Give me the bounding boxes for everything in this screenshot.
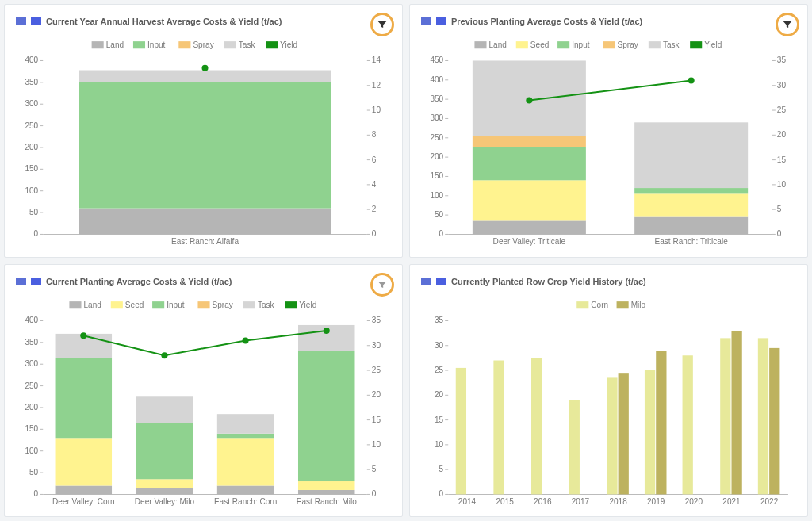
svg-text:Deer Valley: Triticale: Deer Valley: Triticale [493,237,566,246]
svg-text:10: 10 [372,440,381,449]
svg-text:150: 150 [25,424,38,433]
svg-text:25: 25 [435,366,444,374]
svg-rect-101 [473,147,586,180]
svg-text:2017: 2017 [572,496,590,505]
panel-title: Currently Planted Row Crop Yield History… [451,277,646,286]
svg-text:0: 0 [34,229,39,238]
svg-text:200: 200 [430,152,443,161]
svg-text:Land: Land [106,40,124,49]
panel-previous-planting: Previous Planting Average Costs & Yield … [409,4,808,258]
svg-text:20: 20 [372,390,381,399]
svg-text:14: 14 [372,56,381,64]
svg-text:Seed: Seed [530,40,549,49]
svg-rect-220 [720,338,730,494]
svg-rect-218 [683,355,693,494]
svg-text:Seed: Seed [125,301,144,309]
svg-text:Input: Input [167,301,185,309]
svg-rect-212 [607,377,617,494]
svg-text:20: 20 [777,130,787,139]
filter-icon [782,19,793,30]
svg-text:Spray: Spray [213,301,234,309]
svg-rect-2 [133,41,145,48]
svg-text:12: 12 [372,81,381,90]
svg-rect-8 [266,41,278,48]
svg-text:Land: Land [489,40,507,49]
svg-text:400: 400 [25,56,38,64]
svg-text:Input: Input [572,40,590,49]
svg-rect-161 [56,358,113,438]
svg-text:2014: 2014 [458,496,477,505]
svg-rect-58 [649,41,661,48]
svg-text:30: 30 [435,340,444,349]
filter-icon [377,279,388,290]
chart: LandInputSprayTaskYield05010015020025030… [16,33,391,251]
svg-rect-174 [298,490,355,494]
svg-text:250: 250 [25,121,38,130]
panel-header: Currently Planted Row Crop Yield History… [421,274,796,289]
svg-rect-102 [473,136,586,147]
svg-text:2: 2 [372,205,377,213]
chart: LandSeedInputSprayTaskYield0501001502002… [16,293,391,511]
svg-point-181 [243,337,249,343]
svg-rect-175 [298,481,355,490]
svg-text:Task: Task [663,40,680,49]
svg-text:200: 200 [25,403,38,412]
svg-text:2015: 2015 [496,496,514,505]
svg-text:450: 450 [430,56,443,64]
svg-rect-213 [619,373,629,494]
svg-text:2019: 2019 [647,496,665,505]
svg-text:30: 30 [777,81,787,90]
svg-text:0: 0 [439,489,444,498]
svg-rect-108 [634,122,748,188]
svg-text:Spray: Spray [618,40,639,49]
chart: LandSeedInputSprayTaskYield0501001502002… [421,33,796,251]
panel-swatch-1 [16,278,26,285]
filter-icon [377,19,388,30]
svg-rect-159 [56,485,113,494]
svg-text:300: 300 [430,113,443,122]
svg-point-110 [526,97,532,103]
svg-text:Yield: Yield [299,301,316,309]
svg-text:15: 15 [372,415,381,423]
svg-text:350: 350 [25,78,38,86]
svg-text:East Ranch: Milo: East Ranch: Milo [297,496,357,505]
chart: CornMilo05101520253035201420152016201720… [421,293,796,511]
svg-text:50: 50 [29,208,39,216]
svg-text:50: 50 [29,468,39,477]
svg-rect-223 [758,338,768,494]
svg-rect-118 [197,301,209,308]
svg-text:300: 300 [25,359,38,368]
svg-rect-60 [690,41,702,48]
svg-text:250: 250 [430,133,443,142]
svg-rect-46 [79,82,331,209]
svg-text:25: 25 [777,105,787,114]
svg-rect-164 [136,488,193,494]
svg-rect-47 [79,71,331,82]
svg-point-49 [201,65,208,71]
svg-text:10: 10 [777,180,787,189]
svg-rect-166 [136,423,193,479]
svg-rect-6 [224,41,236,48]
svg-text:0: 0 [34,489,39,498]
svg-text:Deer Valley: Corn: Deer Valley: Corn [52,496,115,505]
svg-rect-120 [243,301,255,308]
svg-rect-204 [456,368,466,495]
svg-text:Yield: Yield [704,40,722,49]
svg-rect-160 [56,438,113,485]
svg-text:Task: Task [258,301,275,309]
svg-text:0: 0 [777,229,782,238]
svg-rect-99 [473,220,586,234]
panel-row-crop-history: Currently Planted Row Crop Yield History… [409,264,808,518]
panel-header: Current Planting Average Costs & Yield (… [16,274,391,289]
svg-text:6: 6 [372,155,377,164]
svg-rect-45 [79,209,331,235]
svg-rect-52 [516,41,528,48]
panel-swatch-2 [31,17,41,25]
panel-title: Previous Planting Average Costs & Yield … [451,17,642,26]
panel-title: Current Planting Average Costs & Yield (… [46,277,232,286]
svg-rect-167 [136,396,193,423]
svg-text:East Ranch: Corn: East Ranch: Corn [214,496,277,505]
svg-rect-206 [493,360,504,494]
svg-text:15: 15 [777,155,787,164]
svg-text:350: 350 [430,94,443,103]
